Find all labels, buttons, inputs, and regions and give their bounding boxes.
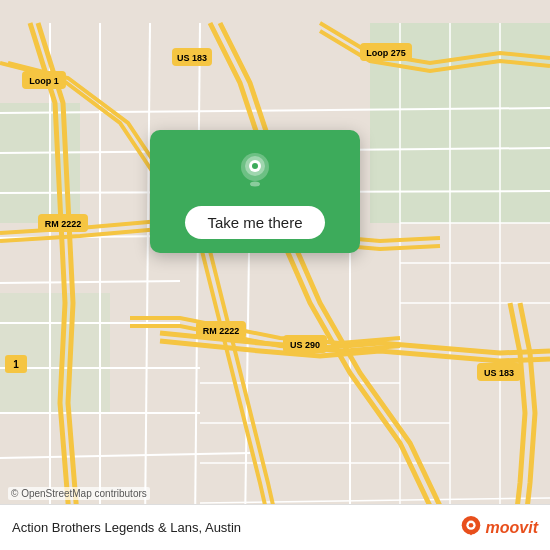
moovit-pin-icon bbox=[460, 515, 482, 541]
svg-rect-3 bbox=[0, 293, 110, 413]
take-me-there-button[interactable]: Take me there bbox=[185, 206, 324, 239]
map-roads: Loop 1 US 183 Loop 275 RM 2222 RM 2222 U… bbox=[0, 0, 550, 550]
moovit-logo: moovit bbox=[460, 515, 538, 541]
svg-text:US 183: US 183 bbox=[484, 368, 514, 378]
location-name: Action Brothers Legends & Lans, Austin bbox=[12, 520, 241, 535]
osm-credit: © OpenStreetMap contributors bbox=[8, 487, 150, 500]
svg-point-52 bbox=[468, 522, 473, 527]
svg-text:Loop 1: Loop 1 bbox=[29, 76, 59, 86]
svg-text:Loop 275: Loop 275 bbox=[366, 48, 406, 58]
svg-text:RM 2222: RM 2222 bbox=[203, 326, 240, 336]
bottom-bar: Action Brothers Legends & Lans, Austin m… bbox=[0, 504, 550, 550]
svg-text:US 183: US 183 bbox=[177, 53, 207, 63]
svg-text:1: 1 bbox=[13, 359, 19, 370]
svg-text:US 290: US 290 bbox=[290, 340, 320, 350]
map-container: Loop 1 US 183 Loop 275 RM 2222 RM 2222 U… bbox=[0, 0, 550, 550]
take-me-there-card: Take me there bbox=[150, 130, 360, 253]
moovit-brand-text: moovit bbox=[486, 519, 538, 537]
svg-text:RM 2222: RM 2222 bbox=[45, 219, 82, 229]
svg-point-49 bbox=[250, 182, 260, 187]
location-pin-icon bbox=[233, 148, 277, 192]
